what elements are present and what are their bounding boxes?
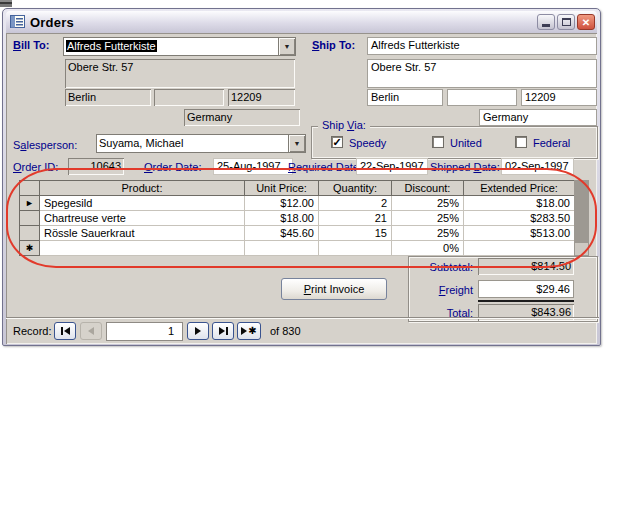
col-product[interactable]: Product: bbox=[40, 181, 245, 196]
screen-artifact bbox=[0, 0, 12, 7]
print-invoice-button[interactable]: Print Invoice bbox=[281, 278, 387, 300]
ship-via-speedy-checkbox[interactable]: ✓ bbox=[331, 136, 343, 148]
check-icon: ✓ bbox=[332, 136, 341, 148]
bill-to-dropdown-button[interactable]: ▼ bbox=[278, 38, 295, 55]
last-record-button[interactable] bbox=[212, 322, 234, 340]
col-extended-price[interactable]: Extended Price: bbox=[464, 181, 575, 196]
subform-scrollbar[interactable] bbox=[574, 180, 589, 256]
window-title: Orders bbox=[30, 15, 74, 30]
last-record-icon bbox=[219, 327, 225, 335]
bill-address-field[interactable]: Obere Str. 57 bbox=[65, 59, 295, 88]
next-record-icon bbox=[195, 327, 201, 335]
ship-postal-code-field[interactable]: 12209 bbox=[521, 89, 597, 106]
cell-product[interactable]: Rössle Sauerkraut bbox=[40, 226, 245, 241]
cell-unit-price[interactable]: $45.60 bbox=[245, 226, 319, 241]
subtotal-value: $814.50 bbox=[478, 258, 574, 275]
table-new-row: ✱ 0% bbox=[20, 241, 575, 256]
maximize-button[interactable] bbox=[557, 14, 575, 30]
order-date-label: Order Date: bbox=[144, 161, 201, 173]
salesperson-dropdown-button[interactable]: ▼ bbox=[288, 135, 305, 152]
ship-to-label: Ship To: bbox=[312, 39, 355, 51]
order-date-field[interactable]: 25-Aug-1997 bbox=[213, 158, 293, 175]
col-unit-price[interactable]: Unit Price: bbox=[245, 181, 319, 196]
new-record-selector[interactable]: ✱ bbox=[20, 241, 40, 256]
line-items-table: Product: Unit Price: Quantity: Discount:… bbox=[19, 180, 575, 256]
ship-via-speedy-label: Speedy bbox=[349, 137, 386, 149]
record-selector[interactable] bbox=[20, 226, 40, 241]
bill-country-field[interactable]: Germany bbox=[184, 109, 300, 126]
ship-address-field[interactable]: Obere Str. 57 bbox=[367, 59, 597, 88]
ship-via-federal-checkbox[interactable] bbox=[515, 136, 527, 148]
new-record-button[interactable]: ✱ bbox=[237, 322, 261, 340]
previous-record-button[interactable] bbox=[80, 322, 102, 340]
cell-extended-price[interactable]: $513.00 bbox=[464, 226, 575, 241]
salesperson-label: Salesperson: bbox=[13, 139, 77, 151]
cell-extended-price[interactable]: $18.00 bbox=[464, 196, 575, 211]
cell-product[interactable] bbox=[40, 241, 245, 256]
table-row: ► Spegesild $12.00 2 25% $18.00 bbox=[20, 196, 575, 211]
cell-quantity[interactable] bbox=[319, 241, 392, 256]
bill-to-combobox[interactable]: Alfreds Futterkiste ▼ bbox=[63, 37, 296, 56]
cell-unit-price[interactable] bbox=[245, 241, 319, 256]
col-discount[interactable]: Discount: bbox=[392, 181, 464, 196]
table-header-row: Product: Unit Price: Quantity: Discount:… bbox=[20, 181, 575, 196]
chevron-down-icon: ▼ bbox=[284, 43, 291, 50]
desktop: { "window": { "title": "Orders" }, "icon… bbox=[0, 0, 640, 512]
cell-product[interactable]: Chartreuse verte bbox=[40, 211, 245, 226]
orders-form: Bill To: Alfreds Futterkiste ▼ Obere Str… bbox=[6, 33, 597, 344]
cell-quantity[interactable]: 15 bbox=[319, 226, 392, 241]
current-record-icon: ► bbox=[25, 198, 34, 208]
cell-discount[interactable]: 25% bbox=[392, 196, 464, 211]
cell-quantity[interactable]: 21 bbox=[319, 211, 392, 226]
order-id-label: Order ID: bbox=[13, 161, 58, 173]
order-id-field[interactable]: 10643 bbox=[68, 158, 124, 175]
previous-record-icon bbox=[88, 327, 94, 335]
shipped-date-field[interactable]: 02-Sep-1997 bbox=[501, 158, 574, 175]
ship-name-field[interactable]: Alfreds Futterkiste bbox=[367, 37, 597, 55]
required-date-label: Required Date: bbox=[288, 161, 362, 173]
required-date-field[interactable]: 22-Sep-1997 bbox=[356, 158, 428, 175]
cell-product[interactable]: Spegesild bbox=[40, 196, 245, 211]
shipped-date-label: Shipped Date: bbox=[430, 161, 500, 173]
ship-region-field[interactable] bbox=[447, 89, 517, 106]
minimize-button[interactable] bbox=[537, 14, 555, 30]
first-record-button[interactable] bbox=[54, 322, 76, 340]
ship-via-federal-label: Federal bbox=[533, 137, 570, 149]
ship-via-united-label: United bbox=[450, 137, 482, 149]
record-number-input[interactable]: 1 bbox=[106, 322, 183, 341]
record-selector[interactable] bbox=[20, 211, 40, 226]
salesperson-value: Suyama, Michael bbox=[97, 135, 288, 152]
title-bar[interactable]: Orders ✕ bbox=[6, 11, 597, 33]
freight-field[interactable]: $29.46 bbox=[478, 280, 574, 298]
total-rule bbox=[478, 300, 574, 302]
current-record-selector[interactable]: ► bbox=[20, 196, 40, 211]
close-button[interactable]: ✕ bbox=[577, 14, 595, 30]
col-quantity[interactable]: Quantity: bbox=[319, 181, 392, 196]
table-row: Rössle Sauerkraut $45.60 15 25% $513.00 bbox=[20, 226, 575, 241]
cell-unit-price[interactable]: $12.00 bbox=[245, 196, 319, 211]
subtotal-label: Subtotal: bbox=[411, 261, 473, 273]
bill-postal-code-field[interactable]: 12209 bbox=[228, 89, 295, 106]
bill-city-field[interactable]: Berlin bbox=[65, 89, 151, 106]
ship-country-field[interactable]: Germany bbox=[479, 109, 597, 126]
cell-discount[interactable]: 25% bbox=[392, 211, 464, 226]
cell-discount[interactable]: 25% bbox=[392, 226, 464, 241]
salesperson-combobox[interactable]: Suyama, Michael ▼ bbox=[96, 134, 306, 153]
scrollbar-thumb[interactable] bbox=[575, 243, 588, 255]
cell-unit-price[interactable]: $18.00 bbox=[245, 211, 319, 226]
bill-region-field[interactable] bbox=[154, 89, 224, 106]
ship-via-united-checkbox[interactable] bbox=[432, 136, 444, 148]
cell-extended-price[interactable]: $283.50 bbox=[464, 211, 575, 226]
bill-to-label: Bill To: bbox=[13, 39, 49, 51]
close-icon: ✕ bbox=[582, 17, 590, 28]
bill-to-selected-value: Alfreds Futterkiste bbox=[66, 40, 157, 52]
cell-discount[interactable]: 0% bbox=[392, 241, 464, 256]
next-record-button[interactable] bbox=[187, 322, 209, 340]
cell-extended-price[interactable] bbox=[464, 241, 575, 256]
cell-quantity[interactable]: 2 bbox=[319, 196, 392, 211]
print-invoice-label: Print Invoice bbox=[304, 283, 365, 295]
maximize-icon bbox=[562, 18, 571, 26]
form-icon bbox=[10, 15, 25, 29]
ship-city-field[interactable]: Berlin bbox=[367, 89, 443, 106]
new-record-icon: ✱ bbox=[26, 243, 34, 253]
